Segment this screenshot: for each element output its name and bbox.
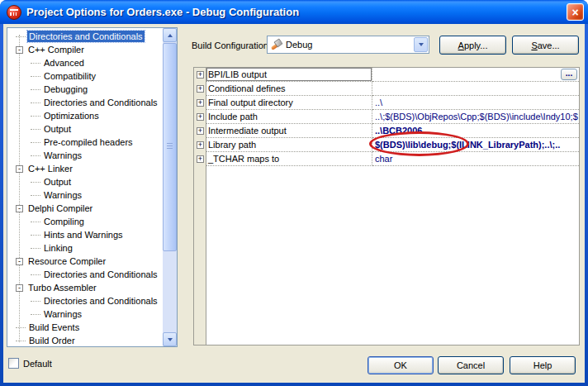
property-value[interactable]: ..\;$(BDS)\ObjRepos\Cpp;$(BDS)\include\I… [372,110,579,124]
property-row[interactable]: +BPI/LIB output... [194,68,579,82]
property-name[interactable]: _TCHAR maps to [206,152,372,166]
default-checkbox[interactable] [8,358,19,369]
tree-item[interactable]: Compiling [7,215,163,228]
row-gutter: + [194,124,206,138]
tree-item[interactable]: Build Order [7,334,163,346]
project-options-dialog: Project Options for Orders.exe - Debug C… [0,0,588,386]
ok-button[interactable]: OK [368,356,434,374]
tree-item[interactable]: Linking [7,241,163,255]
property-row[interactable]: +Conditional defines [194,82,579,96]
tree-item[interactable]: Directories and Conditionals [7,96,163,109]
property-name[interactable]: Include path [206,110,372,124]
tree-item[interactable]: Directories and Conditionals [7,268,163,281]
property-value[interactable] [372,82,579,96]
tree-item-label: Linking [42,242,74,254]
property-row[interactable]: +Final output directory..\ [194,96,579,110]
tree-item-label: Output [42,123,73,135]
tree-item[interactable]: Warnings [7,188,163,202]
tree-item-label: Compatibility [42,70,97,82]
property-name[interactable]: BPI/LIB output [206,68,372,82]
tree-item[interactable]: Warnings [7,307,163,321]
save-button[interactable]: Save... [512,36,579,55]
triangle-down-icon [168,338,173,341]
tree-connector [31,76,40,77]
tree-item[interactable]: Directories and Conditionals [7,294,163,307]
close-icon[interactable]: × [567,3,584,21]
tree-item-label: Output [42,176,73,188]
scroll-up-icon[interactable] [163,28,177,42]
titlebar[interactable]: Project Options for Orders.exe - Debug C… [0,0,588,24]
property-name[interactable]: Intermediate output [206,124,372,138]
tree-item[interactable]: Output [7,122,163,136]
collapse-minus-icon[interactable]: - [16,284,23,292]
row-gutter: + [194,152,206,166]
expand-plus-icon[interactable]: + [197,71,204,79]
apply-button[interactable]: Apply... [439,36,506,55]
tree-item[interactable]: Build Events [7,321,163,334]
tree-item[interactable]: -Turbo Assembler [7,281,163,294]
tree-item[interactable]: Compatibility [7,69,163,83]
property-row[interactable]: +Include path..\;$(BDS)\ObjRepos\Cpp;$(B… [194,110,579,124]
combo-dropdown-button[interactable] [414,37,428,52]
tree-item[interactable]: Debugging [7,83,163,96]
tree-item[interactable]: -Delphi Compiler [7,202,163,215]
tree-item[interactable]: -C++ Compiler [7,43,163,56]
tree-item-label: Compiling [42,216,86,227]
tree-item[interactable]: Pre-compiled headers [7,136,163,149]
tree-connector [16,36,26,37]
collapse-minus-icon[interactable]: - [16,258,23,265]
tree-item-label: Turbo Assembler [26,282,98,293]
expand-plus-icon[interactable]: + [197,113,204,121]
scroll-grip-icon [167,143,173,150]
collapse-minus-icon[interactable]: - [16,46,23,54]
property-name[interactable]: Library path [206,138,372,152]
property-value[interactable]: ..\ [372,96,579,110]
property-rows: +BPI/LIB output...+Conditional defines+F… [194,68,579,166]
expand-plus-icon[interactable]: + [197,141,204,149]
cancel-button[interactable]: Cancel [438,356,504,374]
tree-indent [7,314,31,315]
collapse-minus-icon[interactable]: - [16,205,23,212]
tree-item[interactable]: Warnings [7,149,163,162]
tree-scrollbar[interactable] [163,28,177,346]
collapse-minus-icon[interactable]: - [16,165,23,173]
property-value[interactable]: ... [372,68,579,82]
ellipsis-button[interactable]: ... [561,69,577,80]
tree-item[interactable]: Output [7,175,163,188]
property-row[interactable]: +_TCHAR maps tochar [194,152,579,166]
tree-connector [31,182,40,183]
tree-indent [7,248,31,249]
tree-item[interactable]: -Resource Compiler [7,255,163,268]
property-value[interactable]: $(BDS)\lib\debug;$(ILINK_LibraryPath);..… [372,138,579,152]
options-tree-list: Directories and Conditionals-C++ Compile… [7,28,163,346]
expand-plus-icon[interactable]: + [197,127,204,135]
tree-indent [7,288,16,288]
tree-item-label: Directories and Conditionals [42,269,159,280]
build-configuration-combo[interactable]: Debug [267,36,429,54]
triangle-up-icon [168,34,173,37]
scroll-down-icon[interactable] [163,332,177,346]
property-row[interactable]: +Intermediate output..\BCB2006 [194,124,579,138]
expand-plus-icon[interactable]: + [197,155,204,163]
tree-item[interactable]: Optimizations [7,109,163,122]
property-name[interactable]: Conditional defines [206,82,372,96]
tree-item[interactable]: -C++ Linker [7,162,163,175]
tree-connector [31,155,40,156]
tree-indent [7,89,31,90]
scroll-thumb[interactable] [163,43,177,251]
tree-item[interactable]: Advanced [7,56,163,69]
property-row[interactable]: +Library path$(BDS)\lib\debug;$(ILINK_Li… [194,138,579,152]
property-value[interactable]: char [372,152,579,166]
expand-plus-icon[interactable]: + [197,99,204,107]
help-button[interactable]: Help [510,356,576,374]
wrench-icon [270,39,282,51]
expand-plus-icon[interactable]: + [197,85,204,93]
tree-indent [7,116,31,117]
tree-connector [31,195,40,196]
tree-item-label: Build Events [27,322,81,333]
tree-item[interactable]: Directories and Conditionals [7,30,163,43]
build-configuration-label: Build Configuration [192,41,268,50]
property-name[interactable]: Final output directory [206,96,372,110]
property-value[interactable]: ..\BCB2006 [372,124,579,138]
tree-item[interactable]: Hints and Warnings [7,228,163,241]
